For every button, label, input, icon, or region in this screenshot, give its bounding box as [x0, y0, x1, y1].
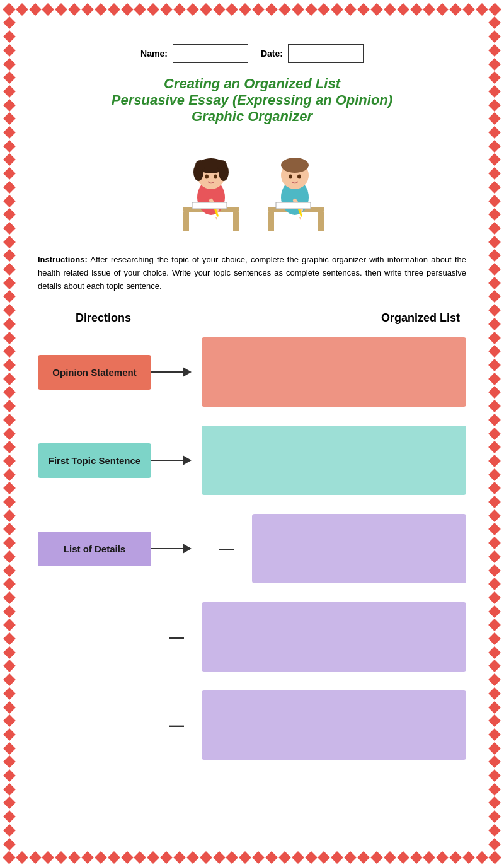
topic-row: First Topic Sentence — [38, 426, 466, 495]
diamond — [488, 496, 501, 508]
arrow-head — [183, 455, 192, 465]
diamond — [488, 851, 501, 864]
diamond — [488, 591, 501, 604]
diamond — [3, 797, 16, 810]
diamond — [318, 851, 331, 864]
organizer-header: Directions Organized List — [38, 311, 466, 325]
arrow-line — [151, 460, 183, 461]
diamond — [488, 646, 501, 659]
arrow-head — [183, 544, 192, 554]
diamond — [370, 3, 383, 16]
diamond — [68, 851, 81, 864]
diamond — [147, 851, 159, 864]
diamond — [265, 851, 278, 864]
diamond — [3, 646, 16, 659]
svg-rect-18 — [318, 212, 324, 231]
diamond — [3, 236, 16, 248]
diamond — [3, 277, 16, 289]
diamond — [226, 851, 239, 864]
diamond — [488, 728, 501, 741]
diamond — [488, 468, 501, 481]
diamond — [3, 660, 16, 673]
date-input[interactable] — [288, 44, 364, 63]
diamond — [134, 851, 147, 864]
diamond — [357, 3, 370, 16]
details-dash-3: — — [151, 716, 202, 734]
diamond — [239, 851, 251, 864]
diamond — [94, 3, 107, 16]
svg-rect-1 — [183, 212, 189, 231]
details-write-box-1[interactable] — [252, 514, 466, 583]
diamond — [488, 85, 501, 98]
diamond — [3, 414, 16, 426]
details-write-box-3[interactable] — [202, 690, 466, 760]
diamond — [3, 249, 16, 262]
diamond — [3, 126, 16, 139]
title-line2: Persuasive Essay (Expressing an Opinion) — [38, 92, 466, 108]
diamond — [292, 851, 304, 864]
kids-svg — [170, 137, 334, 238]
diamond — [488, 769, 501, 782]
diamond — [3, 58, 16, 71]
diamond — [3, 85, 16, 98]
details-write-box-2[interactable] — [202, 602, 466, 672]
title-line1: Creating an Organized List — [38, 76, 466, 92]
diamond — [370, 851, 383, 864]
diamond — [318, 3, 331, 16]
diamond — [462, 3, 475, 16]
arrow-line — [151, 548, 183, 549]
opinion-row: Opinion Statement — [38, 337, 466, 407]
diamond — [488, 687, 501, 700]
diamond — [488, 714, 501, 727]
svg-marker-14 — [215, 217, 217, 220]
diamond — [488, 537, 501, 549]
diamond — [3, 222, 16, 235]
diamond — [3, 17, 16, 30]
diamond — [3, 605, 16, 618]
diamond — [81, 3, 94, 16]
diamond — [94, 851, 107, 864]
diamond — [462, 851, 475, 864]
diamond — [449, 851, 462, 864]
diamond — [3, 71, 16, 84]
diamond — [488, 126, 501, 139]
topic-write-box[interactable] — [202, 426, 466, 495]
diamond — [108, 851, 120, 864]
diamond — [3, 591, 16, 604]
diamond — [449, 3, 462, 16]
svg-rect-27 — [276, 202, 311, 209]
opinion-write-box[interactable] — [202, 337, 466, 407]
name-input[interactable] — [173, 44, 248, 63]
diamond — [488, 249, 501, 262]
instructions: Instructions: After researching the topi… — [38, 253, 466, 293]
diamond — [488, 742, 501, 755]
svg-marker-26 — [299, 217, 301, 220]
topic-arrow — [151, 455, 202, 465]
diamond — [29, 3, 42, 16]
diamond — [488, 838, 501, 851]
diamond — [488, 332, 501, 344]
diamond — [488, 71, 501, 84]
diamond — [3, 44, 16, 57]
topic-label-box: First Topic Sentence — [38, 443, 151, 478]
diamond — [160, 3, 173, 16]
diamond — [173, 3, 186, 16]
diamond — [488, 44, 501, 57]
diamond — [488, 154, 501, 166]
date-field-group: Date: — [261, 44, 364, 63]
diamond — [3, 742, 16, 755]
diamond — [3, 769, 16, 782]
diamond — [488, 359, 501, 371]
details-row-3: — — [38, 690, 466, 760]
diamond — [436, 851, 449, 864]
details-arrow — [151, 544, 202, 554]
header-fields: Name: Date: — [38, 44, 466, 63]
diamond — [3, 523, 16, 536]
diamond — [488, 373, 501, 385]
diamond — [3, 496, 16, 508]
svg-rect-15 — [192, 202, 227, 209]
diamond — [488, 112, 501, 125]
diamond — [3, 537, 16, 549]
svg-rect-2 — [233, 212, 239, 231]
details-label-box: List of Details — [38, 532, 151, 566]
